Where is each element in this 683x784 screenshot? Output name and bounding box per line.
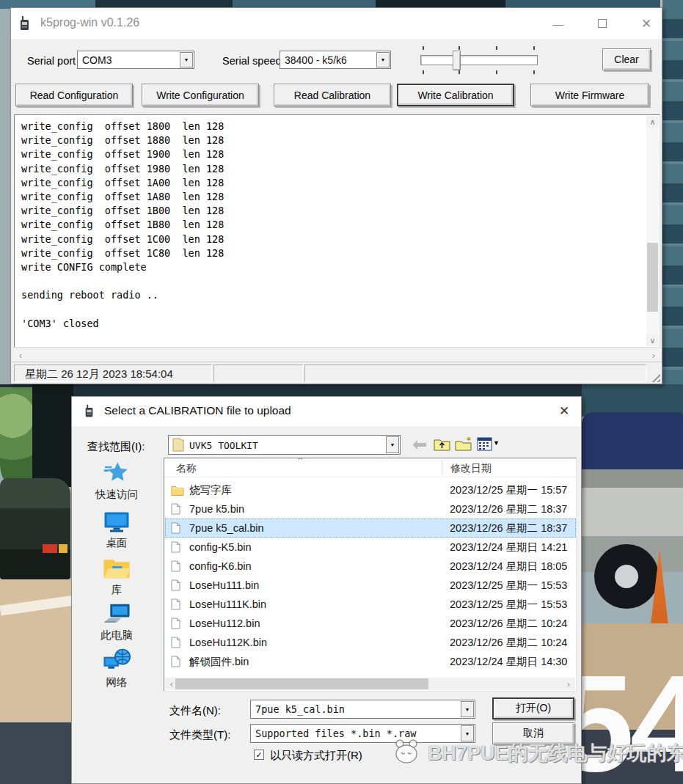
file-name: 解锁固件.bin xyxy=(189,655,249,669)
sidebar-item-quick-access[interactable]: 快速访问 xyxy=(78,461,156,502)
slider-tick xyxy=(459,46,460,50)
serial-speed-label: Serial speed xyxy=(222,55,282,67)
file-icon xyxy=(171,560,184,572)
status-panel-empty xyxy=(304,364,646,382)
file-row[interactable]: 烧写字库 2023/12/25 星期一 15:57 xyxy=(165,480,576,499)
file-name: 烧写字库 xyxy=(189,483,232,497)
column-header-date[interactable]: 修改日期 xyxy=(450,462,492,475)
scroll-right-icon[interactable]: › xyxy=(562,678,575,689)
log-output-area[interactable]: write_config offset 1800 len 128 write_c… xyxy=(14,114,660,348)
serial-speed-dropdown-icon[interactable]: ▼ xyxy=(376,52,390,67)
log-horizontal-scrollbar[interactable]: ‹ › xyxy=(14,349,660,361)
status-panel-empty xyxy=(213,364,303,382)
main-close-icon[interactable]: ✕ xyxy=(638,15,654,32)
status-datetime: 星期二 26 12月 2023 18:54:04 xyxy=(25,367,173,381)
slider-thumb[interactable] xyxy=(453,51,461,70)
serial-port-combo[interactable]: COM3 ▼ xyxy=(77,51,194,69)
look-in-value: UVK5 TOOLKIT xyxy=(189,439,258,450)
view-menu-dropdown-icon[interactable]: ▼ xyxy=(493,439,500,447)
new-folder-icon[interactable] xyxy=(454,435,472,453)
sidebar-label: 桌面 xyxy=(78,536,156,550)
file-name-value: 7pue k5_cal.bin xyxy=(255,703,345,715)
maximize-icon[interactable] xyxy=(594,15,610,32)
main-window-title: k5prog-win v0.1.26 xyxy=(40,16,139,29)
main-titlebar[interactable]: k5prog-win v0.1.26 — ✕ xyxy=(11,8,662,39)
write-configuration-button[interactable]: Write Configuration xyxy=(142,84,259,106)
speed-slider[interactable] xyxy=(420,45,538,76)
dialog-radio-icon xyxy=(84,403,95,422)
file-list-header[interactable]: ⌃ 名称 修改日期 xyxy=(164,458,576,477)
scroll-right-icon[interactable]: › xyxy=(647,349,660,361)
file-row[interactable]: 7pue k5.bin 2023/12/26 星期二 18:37 xyxy=(165,499,576,519)
file-name-combo[interactable]: 7pue k5_cal.bin ▼ xyxy=(250,700,475,719)
file-name: LoseHu112K.bin xyxy=(189,637,267,648)
log-text: write_config offset 1800 len 128 write_c… xyxy=(21,120,224,331)
sidebar-label: 网络 xyxy=(78,675,156,689)
scroll-down-icon[interactable]: ∨ xyxy=(646,334,659,346)
background-taillight-red xyxy=(43,544,57,553)
dialog-close-icon[interactable]: ✕ xyxy=(556,403,572,419)
back-arrow-icon[interactable] xyxy=(410,436,428,453)
read-configuration-button[interactable]: Read Configuration xyxy=(15,84,133,106)
scroll-up-icon[interactable]: ∧ xyxy=(646,116,659,128)
serial-port-dropdown-icon[interactable]: ▼ xyxy=(180,52,193,67)
column-divider[interactable] xyxy=(442,460,442,476)
clear-button[interactable]: Clear xyxy=(602,48,651,70)
file-row[interactable]: config-K6.bin 2023/12/24 星期日 18:05 xyxy=(165,557,576,576)
file-date: 2023/12/24 星期日 14:30 xyxy=(450,655,567,669)
dialog-titlebar[interactable]: Select a CALIBRATION file to upload ✕ xyxy=(72,397,581,426)
bh7pue-logo-icon xyxy=(391,738,422,769)
file-row[interactable]: LoseHu111.bin 2023/12/25 星期一 15:53 xyxy=(165,576,576,595)
up-one-level-icon[interactable] xyxy=(433,435,450,453)
slider-tick xyxy=(459,70,460,74)
write-calibration-button[interactable]: Write Calibration xyxy=(397,84,514,106)
background-road-left xyxy=(0,722,73,784)
main-window: k5prog-win v0.1.26 — ✕ Serial port COM3 … xyxy=(10,7,662,384)
write-firmware-button[interactable]: Write Firmware xyxy=(530,84,649,106)
slider-channel[interactable] xyxy=(420,55,538,65)
log-scrollbar-thumb[interactable] xyxy=(647,243,658,312)
file-row[interactable]: LoseHu112K.bin 2023/12/26 星期二 10:24 xyxy=(165,633,576,652)
file-date: 2023/12/25 星期一 15:53 xyxy=(450,598,567,612)
file-row[interactable]: LoseHu111K.bin 2023/12/25 星期一 15:53 xyxy=(165,595,576,614)
look-in-combo[interactable]: UVK5 TOOLKIT ▼ xyxy=(168,435,401,455)
minimize-icon[interactable]: — xyxy=(550,15,566,32)
file-name: LoseHu111.bin xyxy=(189,579,259,591)
file-name-dropdown-icon[interactable]: ▼ xyxy=(461,701,474,717)
background-glass-building xyxy=(660,0,683,402)
file-name: config-K5.bin xyxy=(189,541,252,553)
file-list-horizontal-scrollbar[interactable]: ‹ › xyxy=(165,678,575,690)
file-date: 2023/12/26 星期二 10:24 xyxy=(450,636,567,650)
check-icon: ✓ xyxy=(255,750,262,760)
file-row-selected[interactable]: 7pue k5_cal.bin 2023/12/26 星期二 18:37 xyxy=(165,519,576,538)
view-menu-icon[interactable] xyxy=(475,435,493,453)
file-row[interactable]: LoseHu112.bin 2023/12/26 星期二 10:24 xyxy=(165,614,576,633)
file-date: 2023/12/26 星期二 18:37 xyxy=(450,521,567,535)
sidebar-item-libraries[interactable]: 库 xyxy=(78,557,156,597)
look-in-dropdown-icon[interactable]: ▼ xyxy=(386,436,399,453)
serial-speed-combo[interactable]: 38400 - k5/k6 ▼ xyxy=(280,51,391,69)
file-row[interactable]: config-K5.bin 2023/12/24 星期日 14:21 xyxy=(165,538,576,557)
file-list-scrollbar-thumb[interactable] xyxy=(175,678,428,689)
file-icon xyxy=(171,656,184,667)
read-calibration-button[interactable]: Read Calibration xyxy=(274,84,391,106)
column-header-name[interactable]: 名称 xyxy=(176,462,197,475)
sidebar-item-desktop[interactable]: 桌面 xyxy=(78,511,156,550)
file-date: 2023/12/26 星期二 10:24 xyxy=(450,617,567,631)
file-name-label: 文件名(N): xyxy=(169,704,221,718)
file-row[interactable]: 解锁固件.bin 2023/12/24 星期日 14:30 xyxy=(165,652,576,671)
network-icon xyxy=(103,662,131,675)
folder-icon xyxy=(172,438,184,455)
scroll-left-icon[interactable]: ‹ xyxy=(14,349,27,361)
sidebar-item-this-pc[interactable]: 此电脑 xyxy=(78,602,156,642)
log-vertical-scrollbar[interactable]: ∧ ∨ xyxy=(646,116,659,346)
read-only-checkbox[interactable]: ✓ xyxy=(254,750,264,760)
file-list[interactable]: ⌃ 名称 修改日期 烧写字库 2023/12/25 星期一 15:57 7pue… xyxy=(164,458,577,692)
file-name: 7pue k5_cal.bin xyxy=(189,522,264,534)
slider-tick xyxy=(533,46,535,50)
slider-tick xyxy=(496,70,497,74)
look-in-label: 查找范围(I): xyxy=(87,440,145,454)
open-button[interactable]: 打开(O) xyxy=(492,697,574,719)
resize-grip[interactable] xyxy=(649,371,660,382)
sidebar-item-network[interactable]: 网络 xyxy=(78,648,156,689)
